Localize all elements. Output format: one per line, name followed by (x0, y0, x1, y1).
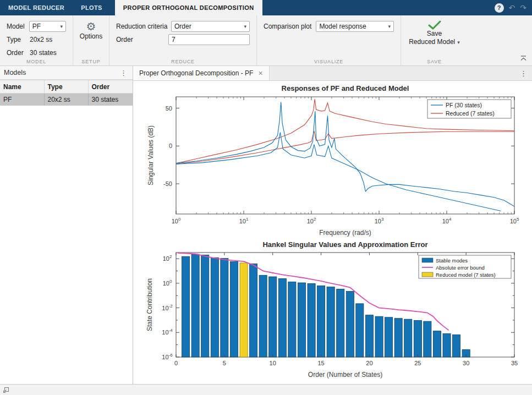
svg-text:15: 15 (317, 360, 324, 366)
svg-text:10-6: 10-6 (162, 353, 173, 360)
model-reducer-app: MODEL REDUCER PLOTS PROPER ORTHOGONAL DE… (0, 0, 532, 395)
document-tab-title: Proper Orthogonal Decomposition - PF (139, 69, 253, 77)
options-button-label: Options (80, 32, 102, 40)
toolstrip-tab-bar: MODEL REDUCER PLOTS PROPER ORTHOGONAL DE… (0, 0, 532, 15)
svg-text:104: 104 (442, 217, 452, 224)
chevron-down-icon: ▾ (244, 24, 246, 29)
save-button-line2: Reduced Model (409, 38, 455, 46)
comparison-plot-label: Comparison plot (264, 23, 311, 30)
comparison-plot-value: Model response (319, 23, 366, 30)
svg-text:Absolute error bound: Absolute error bound (436, 265, 485, 271)
section-label-reduce: REDUCE (109, 59, 256, 64)
response-chart: Responses of PF and Reduced Model1001011… (144, 83, 521, 239)
ribbon-section-save: Save Reduced Model▾ SAVE (401, 15, 468, 65)
type-value: 20x2 ss (30, 36, 52, 43)
cell-type: 20x2 ss (44, 94, 88, 106)
section-label-setup: SETUP (73, 59, 109, 64)
svg-text:50: 50 (166, 105, 172, 112)
reduction-criteria-dropdown[interactable]: Order ▾ (171, 21, 250, 32)
svg-text:Order (Number of States): Order (Number of States) (308, 371, 382, 378)
svg-text:25: 25 (414, 360, 421, 366)
column-header-type[interactable]: Type (44, 80, 88, 94)
charts-container: Responses of PF and Reduced Model1001011… (133, 81, 532, 384)
document-tab-pod-pf[interactable]: Proper Orthogonal Decomposition - PF × (133, 66, 270, 80)
models-panel: Models ⋮ Name Type Order PF 20x2 ss 3 (0, 66, 133, 384)
comparison-plot-dropdown[interactable]: Model response ▾ (316, 21, 394, 32)
svg-text:0: 0 (174, 360, 178, 366)
hankel-chart: Hankel Singular Values and Approximation… (144, 239, 521, 381)
ribbon-section-reduce: Reduction criteria Order ▾ Order REDUCE (109, 15, 256, 65)
close-icon[interactable]: × (258, 69, 262, 77)
order-value: 30 states (30, 49, 57, 57)
model-label: Model (7, 23, 25, 30)
reduce-order-label: Order (116, 36, 164, 43)
collapse-panel-icon[interactable] (3, 387, 9, 393)
svg-text:Hankel Singular Values and App: Hankel Singular Values and Approximation… (262, 240, 427, 249)
reduction-criteria-label: Reduction criteria (116, 23, 167, 30)
save-reduced-model-button[interactable]: Save Reduced Model▾ (409, 20, 460, 57)
svg-text:35: 35 (511, 360, 518, 366)
svg-text:10: 10 (270, 360, 276, 366)
svg-text:102: 102 (163, 254, 172, 262)
reduce-order-input[interactable] (168, 34, 250, 45)
main-area: Models ⋮ Name Type Order PF 20x2 ss 3 (0, 66, 532, 384)
quick-access-toolbar: ? ↶ ↷ (495, 0, 532, 15)
svg-text:State Contribution: State Contribution (146, 278, 153, 331)
model-dropdown[interactable]: PF ▾ (29, 21, 66, 32)
models-panel-header: Models ⋮ (0, 66, 133, 80)
svg-text:100: 100 (172, 217, 181, 224)
ribbon: Model PF ▾ Type 20x2 ss Order 30 states … (0, 15, 532, 66)
chevron-down-icon: ▾ (388, 24, 391, 29)
svg-text:20: 20 (366, 360, 372, 366)
svg-text:30: 30 (463, 360, 469, 366)
svg-text:101: 101 (239, 217, 249, 224)
svg-text:102: 102 (307, 217, 316, 224)
cell-order: 30 states (88, 94, 133, 106)
svg-text:105: 105 (510, 217, 519, 224)
order-label: Order (7, 49, 25, 57)
column-header-name[interactable]: Name (0, 80, 44, 94)
models-panel-title: Models (4, 69, 26, 76)
svg-text:Stable modes: Stable modes (436, 257, 468, 264)
save-button-line1: Save (427, 30, 442, 38)
document-menu-icon[interactable]: ⋮ (515, 66, 532, 80)
svg-text:Reduced (7 states): Reduced (7 states) (446, 110, 495, 117)
svg-text:100: 100 (163, 279, 172, 287)
gear-icon: ⚙ (86, 20, 96, 32)
column-header-order[interactable]: Order (88, 80, 133, 94)
svg-text:PF (30 states): PF (30 states) (446, 102, 482, 108)
tab-proper-orthogonal-decomposition[interactable]: PROPER ORTHOGONAL DECOMPOSITION (115, 0, 262, 15)
options-button[interactable]: ⚙ Options (80, 20, 102, 41)
svg-text:0: 0 (169, 142, 172, 149)
collapse-ribbon-button[interactable] (520, 55, 527, 63)
type-label: Type (7, 36, 25, 43)
green-check-icon (428, 20, 441, 30)
svg-text:Reduced model (7 states): Reduced model (7 states) (436, 272, 496, 278)
svg-text:10-2: 10-2 (162, 304, 173, 311)
svg-text:-50: -50 (163, 180, 172, 187)
chevron-down-icon: ▾ (60, 24, 63, 29)
table-row-pf[interactable]: PF 20x2 ss 30 states (0, 94, 133, 106)
undo-icon[interactable]: ↶ (509, 4, 515, 12)
section-label-save: SAVE (401, 59, 468, 64)
help-icon[interactable]: ? (495, 3, 504, 13)
tab-model-reducer[interactable]: MODEL REDUCER (0, 0, 73, 15)
redo-icon[interactable]: ↷ (520, 4, 526, 12)
tab-plots[interactable]: PLOTS (73, 0, 111, 15)
ribbon-section-model: Model PF ▾ Type 20x2 ss Order 30 states … (0, 15, 73, 65)
section-label-visualize: VISUALIZE (257, 59, 401, 64)
document-area: Proper Orthogonal Decomposition - PF × ⋮… (133, 66, 532, 384)
svg-text:5: 5 (223, 360, 226, 366)
svg-text:103: 103 (375, 217, 384, 224)
chevron-down-icon: ▾ (457, 40, 460, 45)
svg-text:Frequency (rad/s): Frequency (rad/s) (319, 229, 371, 237)
collapse-ribbon-icon (520, 56, 527, 61)
ribbon-section-visualize: Comparison plot Model response ▾ VISUALI… (256, 15, 401, 65)
reduction-criteria-value: Order (174, 23, 191, 30)
svg-text:Responses of PF and Reduced Mo: Responses of PF and Reduced Model (282, 84, 409, 92)
models-table: Name Type Order PF 20x2 ss 30 states (0, 80, 133, 106)
models-panel-menu-icon[interactable]: ⋮ (118, 69, 129, 77)
svg-text:Singular Values (dB): Singular Values (dB) (147, 125, 155, 185)
section-label-model: MODEL (0, 59, 73, 64)
model-dropdown-value: PF (32, 23, 41, 30)
